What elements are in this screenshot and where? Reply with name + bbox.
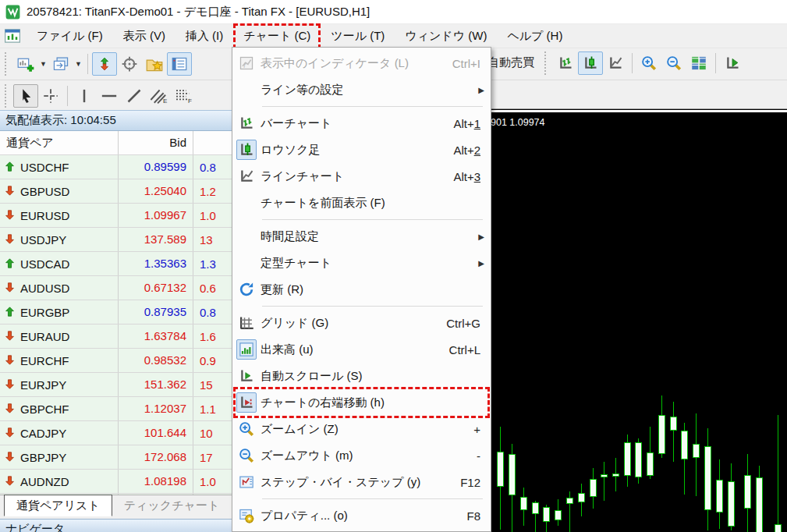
bar-chart-button[interactable] xyxy=(553,51,578,75)
line-chart-button[interactable] xyxy=(603,51,628,75)
new-chart-button[interactable] xyxy=(13,52,38,76)
zoom-in-button[interactable] xyxy=(636,51,661,75)
menuitem-step-by-step[interactable]: ステップ・バイ・ステップ (y)F12 xyxy=(232,469,491,495)
terminal-toggle[interactable] xyxy=(167,52,192,76)
chart-canvas[interactable]: 901 1.09974 xyxy=(489,113,787,532)
toolbar-gripper[interactable] xyxy=(5,52,10,76)
bid-value: 1.12037 xyxy=(119,397,193,420)
menu-window[interactable]: ウィンドウ (W) xyxy=(395,26,497,47)
market-watch-row[interactable]: EURUSD1.099671.0 xyxy=(0,204,243,228)
menu-insert[interactable]: 挿入 (I) xyxy=(175,26,233,47)
market-watch-row[interactable]: USDCAD1.353631.3 xyxy=(0,252,243,276)
horizontal-line-button[interactable] xyxy=(97,84,122,108)
fibonacci-button[interactable]: F xyxy=(172,84,197,108)
menu-item-label: チャートを前面表示 (F) xyxy=(261,196,491,211)
step-dialog-icon xyxy=(232,474,261,490)
market-watch-row[interactable]: GBPCHF1.120371.1 xyxy=(0,397,243,421)
market-watch-row[interactable]: AUDNZD1.081981.0 xyxy=(0,470,243,494)
down-arrow-icon xyxy=(5,403,15,416)
market-watch-row[interactable]: EURGBP0.879350.8 xyxy=(0,300,243,325)
market-watch-row[interactable]: EURAUD1.637841.6 xyxy=(0,325,243,349)
down-arrow-icon xyxy=(5,330,15,343)
candlestick-button[interactable] xyxy=(578,51,603,75)
menu-separator xyxy=(262,219,483,220)
bid-value: 0.98532 xyxy=(119,349,193,372)
market-watch-tabs: 通貨ペアリスト ティックチャート | xyxy=(0,495,243,520)
navigator-toggle[interactable] xyxy=(142,52,167,76)
line-chart-icon xyxy=(232,168,261,184)
menuitem-grid[interactable]: グリッド (G)Ctrl+G xyxy=(232,310,491,336)
candle-body xyxy=(704,446,711,510)
profiles-button[interactable] xyxy=(48,52,73,76)
column-header-bid[interactable]: Bid xyxy=(119,131,193,154)
updown-arrows-icon xyxy=(97,57,112,71)
market-watch-toggle[interactable] xyxy=(92,52,117,76)
market-watch-row[interactable]: EURJPY151.36215 xyxy=(0,373,243,397)
menu-view[interactable]: 表示 (V) xyxy=(113,26,175,47)
tab-symbols[interactable]: 通貨ペアリスト xyxy=(4,495,112,516)
dropdown-caret-icon[interactable]: ▼ xyxy=(73,60,83,68)
grid-icon xyxy=(239,315,254,331)
menuitem-candlesticks[interactable]: ロウソク足Alt+2 xyxy=(232,137,491,163)
menu-tools[interactable]: ツール (T) xyxy=(321,26,395,47)
market-watch-row[interactable]: EURCHF0.985320.9 xyxy=(0,349,243,373)
menuitem-chart-shift[interactable]: チャートの右端移動 (h) xyxy=(232,389,491,416)
menuitem-timeframes[interactable]: 時間足設定▶ xyxy=(232,223,491,250)
tab-tick-chart[interactable]: ティックチャート xyxy=(112,496,231,516)
menuitem-properties[interactable]: プロパティ... (o)F8 xyxy=(232,502,491,529)
market-watch-row[interactable]: USDCHF0.895990.8 xyxy=(0,155,243,179)
new-chart-icon xyxy=(17,56,34,72)
menu-file[interactable]: ファイル (F) xyxy=(27,26,113,47)
menuitem-chart-on-foreground[interactable]: チャートを前面表示 (F) xyxy=(232,190,491,216)
menuitem-templates[interactable]: 定型チャート▶ xyxy=(232,250,491,276)
cursor-button[interactable] xyxy=(13,84,38,108)
symbol-label: EURUSD xyxy=(20,209,69,222)
equidistant-channel-button[interactable]: E xyxy=(147,84,172,108)
data-window-toggle[interactable] xyxy=(117,52,142,76)
candle-body xyxy=(612,473,619,477)
menu-charts[interactable]: チャート (C) xyxy=(233,26,321,47)
market-watch-row[interactable]: GBPUSD1.250401.2 xyxy=(0,179,243,204)
candle-body xyxy=(578,493,585,502)
candle-body xyxy=(624,442,631,476)
candle-body xyxy=(566,498,573,504)
menu-help[interactable]: ヘルプ (H) xyxy=(497,26,573,47)
tile-windows-button[interactable] xyxy=(686,51,711,75)
market-watch-row[interactable]: CADJPY101.64410 xyxy=(0,421,243,445)
zoom-out-button[interactable] xyxy=(661,51,686,75)
menuitem-bar-chart[interactable]: バーチャートAlt+1 xyxy=(232,110,491,137)
menuitem-auto-scroll[interactable]: 自動スクロール (S) xyxy=(232,363,491,389)
mt4-logo-icon xyxy=(5,5,20,20)
crosshair-button[interactable] xyxy=(38,84,63,108)
menuitem-zoom-in[interactable]: ズームイン (Z)+ xyxy=(232,416,491,442)
step-forward-button[interactable] xyxy=(720,51,745,75)
toolbar-separator xyxy=(632,53,633,73)
market-watch-row[interactable]: GBPJPY172.06817 xyxy=(0,445,243,470)
toolbar-gripper[interactable] xyxy=(544,51,550,75)
submenu-arrow-icon: ▶ xyxy=(478,86,484,94)
menuitem-zoom-out[interactable]: ズームアウト (m)- xyxy=(232,442,491,469)
menu-item-label: ロウソク足 xyxy=(261,143,453,158)
candle-body xyxy=(520,497,527,510)
symbol-label: CADJPY xyxy=(20,427,66,440)
ohlc-readout: 901 1.09974 xyxy=(491,117,545,128)
refresh-icon xyxy=(239,282,254,297)
menuitem-refresh[interactable]: 更新 (R) xyxy=(232,276,491,303)
market-watch-row[interactable]: USDJPY137.58913 xyxy=(0,228,243,252)
down-arrow-icon xyxy=(5,354,15,367)
market-watch-row[interactable]: AUDUSD0.671320.6 xyxy=(0,276,243,300)
vertical-line-button[interactable] xyxy=(72,84,97,108)
folder-star-icon xyxy=(146,56,163,72)
dropdown-caret-icon[interactable]: ▼ xyxy=(38,60,48,68)
menuitem-objects-settings[interactable]: ライン等の設定▶ xyxy=(232,76,491,103)
menuitem-line-chart[interactable]: ラインチャートAlt+3 xyxy=(232,163,491,190)
menu-item-label: ズームイン (Z) xyxy=(261,422,473,437)
menu-item-shortcut: Ctrl+I xyxy=(452,57,480,70)
column-header-symbol[interactable]: 通貨ペア xyxy=(0,131,119,154)
menu-item-label: ステップ・バイ・ステップ (y) xyxy=(261,475,460,490)
trendline-button[interactable] xyxy=(122,84,147,108)
menuitem-volumes[interactable]: 出来高 (u)Ctrl+L xyxy=(232,336,491,363)
navigator-panel-header[interactable]: ナビゲータ xyxy=(0,519,243,532)
toolbar-gripper[interactable] xyxy=(5,84,10,108)
chart-window-icon[interactable] xyxy=(5,29,20,43)
